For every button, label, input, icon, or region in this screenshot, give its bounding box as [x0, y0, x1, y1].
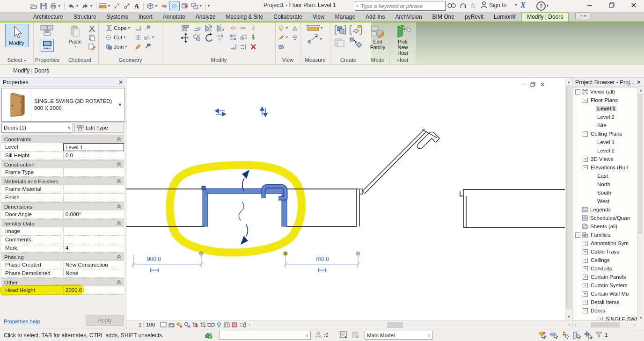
project-browser-header[interactable]: Project Browser - Proj... ✕ [572, 78, 644, 87]
selection-filter-icon[interactable]: :1 [595, 331, 608, 338]
switch-windows-dropdown[interactable]: ▾ [200, 4, 204, 8]
tab-lumion[interactable]: Lumion® [489, 13, 521, 22]
edit-pasted-icon[interactable] [550, 331, 559, 339]
highlight-displaced-icon[interactable] [231, 321, 239, 328]
canvas-horizontal-scrollbar[interactable] [253, 321, 565, 328]
browser-vertical-scrollbar[interactable]: ∧ ∨ [637, 87, 644, 321]
favorites-star-icon[interactable]: ☆ [470, 1, 476, 10]
measure-between-refs-button[interactable]: ▾ [306, 24, 325, 31]
create-parts-icon[interactable] [334, 37, 346, 48]
switch-windows-icon[interactable] [190, 1, 199, 11]
section-icon[interactable] [160, 1, 169, 11]
browser-hscroll-thumb[interactable] [591, 322, 620, 327]
tree-item-doors[interactable]: Doors [573, 306, 637, 315]
tree-item-ceilings[interactable]: Ceilings [573, 256, 637, 264]
tag-icon[interactable] [122, 1, 132, 11]
tree-item-floor-plans[interactable]: Floor Plans [573, 96, 637, 104]
show-crop-region-icon[interactable] [199, 321, 207, 328]
paint-icon[interactable] [134, 43, 142, 51]
pin-select-icon[interactable] [561, 331, 570, 339]
properties-palette-icon[interactable] [40, 24, 54, 37]
panel-label-modify[interactable]: Modify [162, 57, 275, 64]
tree-item-ceiling-level-2[interactable]: Level 2 [573, 146, 637, 155]
tree-item-site[interactable]: Site [573, 121, 637, 130]
move-icon[interactable] [181, 34, 189, 42]
restore-button[interactable] [605, 0, 619, 10]
undo-icon[interactable] [66, 1, 76, 11]
rotate-icon[interactable] [204, 34, 212, 42]
search-history-icon[interactable]: ▸ [355, 4, 360, 8]
tree-item-ceiling-plans[interactable]: Ceiling Plans [573, 130, 637, 138]
3d-view-dropdown[interactable]: ▾ [155, 4, 159, 8]
cut-geometry-button[interactable]: Cut▾ [105, 33, 130, 41]
trim-extend-single-icon[interactable] [230, 43, 238, 51]
panel-label-clipboard[interactable]: Clipboard [61, 57, 98, 64]
sign-in-button[interactable]: Sign In ▾ [481, 1, 519, 8]
browser-horizontal-scrollbar[interactable]: ‹ › [573, 322, 637, 328]
view-close-icon[interactable]: ✕ [540, 82, 545, 88]
mirror-pick-axis-icon[interactable] [204, 24, 212, 32]
workset-select[interactable]: ∨ [219, 331, 311, 340]
measure-dropdown[interactable]: ▾ [108, 4, 112, 8]
panel-label-measure[interactable]: Measure [300, 57, 330, 64]
sill-height-value-field[interactable]: 0.0 [63, 152, 124, 160]
tree-item-legends[interactable]: Legends [573, 205, 637, 214]
redo-icon[interactable] [80, 1, 90, 11]
cut-profile-icon[interactable] [277, 43, 285, 51]
trim-extend-multiple-icon[interactable] [240, 43, 248, 51]
worksets-icon[interactable] [205, 331, 213, 339]
group-identity-data[interactable]: Identity Data [1, 219, 124, 227]
qat-customize-icon[interactable]: ▾ [208, 4, 212, 8]
reveal-hidden-icon[interactable] [277, 24, 285, 32]
scroll-right-icon[interactable]: › [566, 322, 572, 327]
view-scale[interactable]: 1 : 100 [139, 322, 159, 327]
dimension-value-right[interactable]: 700.0 [315, 256, 329, 262]
canvas-vertical-scrollbar[interactable]: ▲ ▼ [565, 78, 572, 320]
shadows-icon[interactable] [183, 321, 191, 328]
tree-item-east[interactable]: East [573, 172, 637, 180]
mirror-draw-axis-icon[interactable] [216, 24, 224, 32]
horizontal-scroll-thumb[interactable] [387, 322, 403, 328]
editable-only-icon[interactable]: :0 [315, 331, 329, 339]
tree-item-single-swing[interactable]: SINGLE SWI [573, 315, 637, 321]
linework-icon[interactable] [277, 33, 285, 41]
aligned-dimension-button[interactable]: ▾ [307, 34, 324, 44]
tree-item-families[interactable]: Families [573, 231, 637, 239]
help-search-box[interactable]: ▸ [355, 1, 446, 11]
unpin-icon[interactable] [249, 24, 257, 32]
wall-joins-icon[interactable] [134, 24, 142, 32]
save-icon[interactable] [39, 1, 48, 11]
unjoin-icon[interactable] [143, 33, 151, 41]
tree-item-conduits[interactable]: Conduits [573, 264, 637, 273]
drag-on-selection-icon[interactable] [584, 331, 593, 339]
crop-view-icon[interactable] [191, 321, 199, 328]
offset-icon[interactable] [192, 24, 200, 32]
tab-structure[interactable]: Structure [68, 13, 102, 22]
split-face-icon[interactable] [134, 33, 142, 41]
tree-item-schedules[interactable]: Schedules/Quan [573, 214, 637, 222]
tree-item-elevations[interactable]: Elevations (Buil [573, 163, 637, 172]
search-icon[interactable] [447, 1, 456, 10]
floor-plan-view[interactable]: 900.0 700.0 [126, 78, 565, 320]
tab-archvision[interactable]: ArchVision [390, 13, 427, 22]
create-assembly-icon[interactable] [349, 24, 362, 36]
tree-item-level-1[interactable]: Level 1 [573, 104, 637, 113]
tab-insert[interactable]: Insert [133, 13, 158, 22]
door-angle-value-field[interactable]: 0.000° [63, 210, 124, 218]
modify-button[interactable]: Modify [5, 24, 29, 47]
select-underlay-icon[interactable] [572, 331, 581, 339]
communication-center-icon[interactable] [459, 1, 468, 10]
tab-manage[interactable]: Manage [330, 13, 360, 22]
tree-item-curtain-panels[interactable]: Curtain Panels [573, 273, 637, 281]
temporary-hide-isolate-icon[interactable] [207, 321, 215, 328]
thin-lines-icon[interactable] [169, 1, 180, 11]
properties-header[interactable]: Properties ✕ [0, 78, 126, 87]
sign-in-dropdown[interactable]: ▾ [515, 3, 519, 7]
image-value-field[interactable] [63, 227, 124, 235]
level-value-field[interactable]: Level 1 [63, 143, 124, 151]
help-dropdown[interactable]: ▾ [547, 4, 550, 8]
tab-modify-doors[interactable]: Modify | Doors [521, 12, 569, 22]
exchange-apps-icon[interactable]: X [520, 1, 526, 9]
tree-item-west[interactable]: West [573, 197, 637, 205]
undo-dropdown[interactable]: ▾ [76, 4, 80, 8]
